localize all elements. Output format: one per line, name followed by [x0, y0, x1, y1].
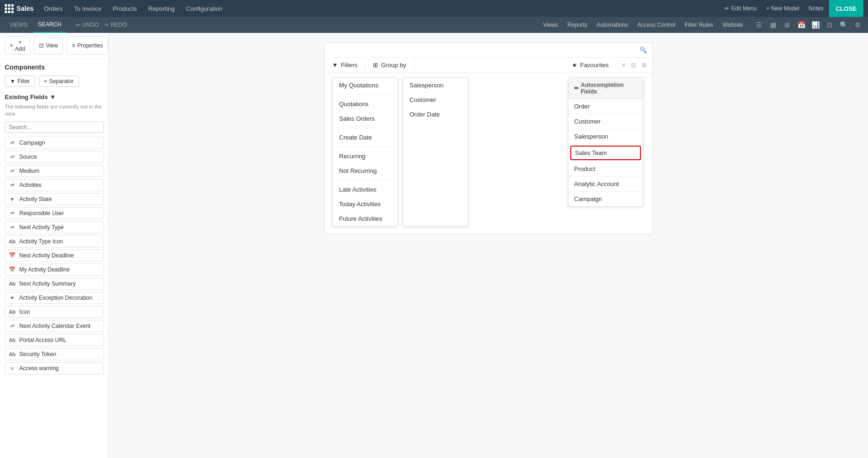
second-nav-left: VIEWS SEARCH — [5, 17, 66, 33]
automations-link[interactable]: Automations — [593, 22, 632, 28]
new-model-button[interactable]: + New Model — [762, 5, 803, 12]
existing-fields-header: Existing Fields ▼ — [5, 93, 104, 101]
nav-orders[interactable]: Orders — [39, 0, 69, 17]
view-lines-icon[interactable]: ≡ — [620, 61, 627, 70]
group-by-customer[interactable]: Customer — [403, 93, 468, 107]
filter-future-activities[interactable]: Future Activities — [332, 211, 397, 226]
search-tab[interactable]: SEARCH — [33, 17, 66, 33]
close-button[interactable]: CLOSE — [829, 0, 863, 17]
group-by-order-date[interactable]: Order Date — [403, 107, 468, 122]
auto-product[interactable]: Product — [568, 162, 643, 177]
kanban-view-icon[interactable]: ⊞ — [781, 19, 793, 31]
field-source[interactable]: ⇌ Source — [5, 151, 104, 163]
field-icon-activity-state: ▼ — [8, 196, 16, 202]
auto-sales-team[interactable]: Sales Team — [570, 146, 641, 160]
search-icon[interactable]: 🔍 — [838, 19, 849, 31]
auto-order[interactable]: Order — [568, 99, 643, 114]
pencil-icon: ✏ — [725, 5, 729, 12]
field-activity-state[interactable]: ▼ Activity State — [5, 193, 104, 205]
favourites-tab[interactable]: ★ Favourites — [564, 58, 616, 72]
autocompletion-panel: ✏ Autocompletion Fields Order Customer S… — [568, 78, 643, 207]
view-grid-icon[interactable]: ⊞ — [640, 61, 649, 70]
views-link[interactable]: Views — [539, 22, 562, 28]
search-fields-input[interactable] — [5, 122, 104, 133]
field-icon-medium: ⇌ — [8, 168, 16, 174]
field-next-activity-summary[interactable]: Ab Next Activity Summary — [5, 278, 104, 290]
properties-icon: ≡ — [72, 42, 75, 49]
auto-salesperson[interactable]: Salesperson — [568, 129, 643, 144]
undo-label[interactable]: UNDO — [82, 22, 99, 28]
filter-quotations[interactable]: Quotations — [332, 97, 397, 111]
auto-customer[interactable]: Customer — [568, 114, 643, 129]
auto-analytic-account[interactable]: Analytic Account — [568, 177, 643, 192]
filter-component-button[interactable]: ▼ Filter — [5, 76, 35, 87]
filter-rules-link[interactable]: Filter Rules — [681, 22, 717, 28]
nav-configuration[interactable]: Configuration — [181, 0, 228, 17]
field-activity-type-icon[interactable]: Ab Activity Type Icon — [5, 235, 104, 248]
search-icon-right[interactable]: 🔍 — [639, 47, 647, 54]
filter-sales-orders[interactable]: Sales Orders — [332, 111, 397, 126]
components-title: Components — [5, 63, 104, 71]
field-activities[interactable]: ⇌ Activities — [5, 179, 104, 191]
filter-my-quotations[interactable]: My Quotations — [332, 78, 397, 93]
field-icon[interactable]: Ab Icon — [5, 306, 104, 318]
redo-label[interactable]: REDO — [110, 22, 127, 28]
field-access-warning[interactable]: ≡ Access warning — [5, 362, 104, 374]
edit-menu-button[interactable]: ✏ Edit Menu — [721, 5, 760, 12]
filter-late-activities[interactable]: Late Activities — [332, 182, 397, 197]
properties-button[interactable]: ≡ Properties — [67, 37, 108, 54]
nav-reporting[interactable]: Reporting — [142, 0, 180, 17]
list-view-icon[interactable]: ☰ — [753, 19, 765, 31]
filters-tab[interactable]: ▼ Filters — [324, 58, 365, 72]
views-tab[interactable]: VIEWS — [5, 17, 32, 33]
field-activity-exception-decoration[interactable]: ▼ Activity Exception Decoration — [5, 292, 104, 304]
brand-logo[interactable]: Sales — [5, 4, 34, 13]
main-layout: + + Add ⊡ View ≡ Properties Components ▼… — [0, 33, 868, 458]
field-campaign[interactable]: ⇌ Campaign — [5, 137, 104, 149]
add-button[interactable]: + + Add — [5, 37, 30, 54]
group-by-salesperson[interactable]: Salesperson — [403, 78, 468, 93]
field-next-activity-deadline[interactable]: 📅 Next Activity Deadline — [5, 249, 104, 262]
website-link[interactable]: Website — [719, 22, 747, 28]
field-icon-next-activity-calendar-event: ⇌ — [8, 323, 16, 329]
calendar-view-icon[interactable]: 📅 — [796, 19, 807, 31]
chart-view-icon[interactable]: 📊 — [810, 19, 821, 31]
sidebar-content: Components ▼ Filter + Separator Existing… — [0, 59, 109, 458]
second-nav-right: Views Reports Automations Access Control… — [539, 19, 863, 31]
nav-to-invoice[interactable]: To Invoice — [68, 0, 107, 17]
filter-today-activities[interactable]: Today Activities — [332, 197, 397, 211]
field-security-token[interactable]: Ab Security Token — [5, 348, 104, 360]
app-grid-icon — [5, 4, 14, 13]
access-control-link[interactable]: Access Control — [633, 22, 679, 28]
group-by-dropdown: Salesperson Customer Order Date — [402, 78, 468, 226]
view-button[interactable]: ⊡ View — [34, 37, 63, 54]
field-portal-access-url[interactable]: Ab Portal Access URL — [5, 334, 104, 346]
view-icon: ⊡ — [39, 42, 44, 49]
pivot-view-icon[interactable]: ⊡ — [824, 19, 835, 31]
view-type-icons: ☰ ▦ ⊞ 📅 📊 ⊡ 🔍 ⚙ — [753, 19, 863, 31]
filter-icon: ▼ — [10, 78, 16, 85]
field-next-activity-type[interactable]: ⇌ Next Activity Type — [5, 221, 104, 233]
field-icon-next-activity-summary: Ab — [8, 281, 16, 287]
notes-button[interactable]: Notes — [805, 5, 827, 12]
field-responsible-user[interactable]: ⇌ Responsible User — [5, 207, 104, 219]
add-icon: + — [10, 42, 13, 49]
nav-products[interactable]: Products — [107, 0, 142, 17]
grid-view-icon[interactable]: ▦ — [767, 19, 779, 31]
view-kanban-icon[interactable]: ⊟ — [629, 61, 638, 70]
fields-note: The following fields are currently not i… — [5, 103, 104, 118]
sidebar-toolbar: + + Add ⊡ View ≡ Properties — [0, 33, 109, 59]
field-my-activity-deadline[interactable]: 📅 My Activity Deadline — [5, 264, 104, 276]
filter-create-date[interactable]: Create Date — [332, 130, 397, 145]
chevron-icon: ▼ — [50, 93, 56, 101]
field-medium[interactable]: ⇌ Medium — [5, 165, 104, 177]
reports-link[interactable]: Reports — [564, 22, 591, 28]
filter-recurring[interactable]: Recurring — [332, 149, 397, 163]
filter-not-recurring[interactable]: Not Recurring — [332, 163, 397, 178]
field-next-activity-calendar-event[interactable]: ⇌ Next Activity Calendar Event — [5, 320, 104, 332]
separator-component-button[interactable]: + Separator — [39, 76, 79, 87]
auto-campaign[interactable]: Campaign — [568, 192, 643, 206]
settings-icon[interactable]: ⚙ — [852, 19, 863, 31]
group-by-tab[interactable]: ⊞ Group by — [365, 58, 414, 72]
star-icon: ★ — [572, 62, 577, 69]
